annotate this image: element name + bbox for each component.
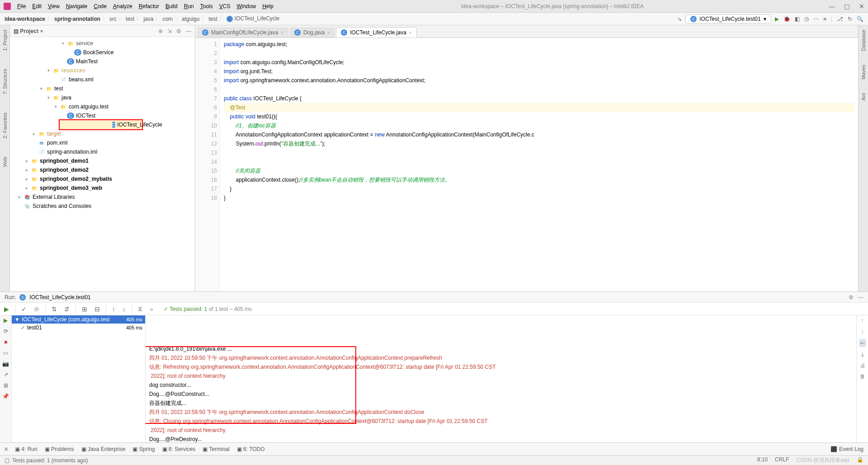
- editor-tab[interactable]: CDog.java×: [289, 27, 335, 38]
- stop-icon[interactable]: ■: [823, 16, 826, 22]
- tree-item[interactable]: CMainTest: [10, 57, 195, 66]
- coverage-icon[interactable]: ◧: [795, 16, 800, 22]
- test-tree-item[interactable]: ✓test01405 ms: [12, 324, 145, 332]
- close-icon[interactable]: ✕: [859, 3, 864, 10]
- tree-item[interactable]: CIOCTest: [10, 111, 195, 120]
- menu-refactor[interactable]: Refactor: [136, 2, 162, 10]
- menu-help[interactable]: Help: [259, 2, 276, 10]
- tree-item[interactable]: CIOCTest_LifeCycle: [10, 120, 195, 129]
- tree-item[interactable]: 📎Scratches and Consoles: [10, 202, 195, 211]
- tool-window-button[interactable]: ▣ 8: Services: [162, 446, 196, 452]
- tree-item[interactable]: 📄spring-annotation.iml: [10, 147, 195, 156]
- menu-edit[interactable]: Edit: [29, 2, 44, 10]
- down-icon[interactable]: ↓: [121, 305, 127, 313]
- attach-icon[interactable]: ⋯: [813, 16, 819, 22]
- cursor-position[interactable]: 8:10: [757, 456, 768, 464]
- tool-button-maven[interactable]: Maven: [861, 65, 866, 80]
- expand-icon[interactable]: ⊞: [80, 305, 89, 313]
- menu-build[interactable]: Build: [163, 2, 180, 10]
- menu-vcs[interactable]: VCS: [217, 2, 233, 10]
- close-tab-icon[interactable]: ×: [327, 30, 330, 35]
- tree-item[interactable]: ▸📁springboot_demo2_mybatis: [10, 174, 195, 183]
- expand-more-icon[interactable]: »: [148, 305, 155, 313]
- tool-button-structure[interactable]: 7: Structure: [2, 69, 8, 94]
- run-configuration-selector[interactable]: C IOCTest_LifeCycle.test01 ▾: [685, 14, 771, 23]
- editor-tab[interactable]: CIOCTest_LifeCycle.java×: [336, 27, 417, 38]
- screenshot-icon[interactable]: 📷: [2, 361, 9, 367]
- breadcrumb-item[interactable]: CIOCTest_LifeCycle: [226, 15, 279, 22]
- pin-icon[interactable]: 📌: [2, 393, 9, 399]
- tree-item[interactable]: mpom.xml: [10, 138, 195, 147]
- up-arrow-icon[interactable]: ↑: [861, 317, 864, 324]
- history-icon[interactable]: ⧖: [137, 305, 144, 313]
- scroll-icon[interactable]: ⤓: [860, 352, 865, 358]
- update-icon[interactable]: ↻: [848, 16, 852, 22]
- tree-item[interactable]: CIOCTest_LifeCycle: [60, 120, 142, 129]
- menu-view[interactable]: View: [45, 2, 62, 10]
- console-output[interactable]: E:\jdk\jdk1.8.0_191\bin\java.exe ...四月 0…: [146, 315, 856, 442]
- run-icon[interactable]: ▶: [775, 16, 779, 22]
- tree-item[interactable]: ▸📁target: [10, 129, 195, 138]
- breadcrumb-item[interactable]: idea-workspace: [5, 16, 45, 22]
- tree-item[interactable]: ▸📁springboot_demo1: [10, 156, 195, 165]
- toggle-icon[interactable]: ⟳: [4, 328, 8, 334]
- breadcrumb-item[interactable]: atguigu: [182, 16, 199, 22]
- breadcrumb-item[interactable]: spring-annotation: [54, 16, 100, 22]
- project-tree[interactable]: ▾📁serviceCBookServiceCMainTest▾📁resource…: [10, 37, 195, 291]
- tool-button-database[interactable]: Database: [861, 30, 866, 51]
- tree-item[interactable]: CBookService: [10, 48, 195, 57]
- debug-icon[interactable]: 🐞: [783, 16, 790, 22]
- tool-window-button[interactable]: ▣ 4: Run: [15, 446, 38, 452]
- hide-icon[interactable]: —: [858, 294, 863, 301]
- tool-window-button[interactable]: ≡: [5, 446, 8, 452]
- sort-icon[interactable]: ⇅: [50, 305, 58, 313]
- clear-icon[interactable]: 🗑: [860, 373, 865, 380]
- chevron-down-icon[interactable]: ▾: [40, 28, 43, 34]
- menu-window[interactable]: Window: [234, 2, 259, 10]
- menu-tools[interactable]: Tools: [198, 2, 216, 10]
- tool-window-button[interactable]: ▣ 6: TODO: [237, 446, 265, 452]
- show-passed-icon[interactable]: ✓: [20, 305, 28, 313]
- menu-analyze[interactable]: Analyze: [110, 2, 135, 10]
- tool-window-button[interactable]: ▣ Java Enterprise: [81, 446, 126, 452]
- tool-window-button[interactable]: ▣ Spring: [132, 446, 155, 452]
- tree-item[interactable]: 📄beans.xml: [10, 75, 195, 84]
- show-ignored-icon[interactable]: ⊘: [33, 305, 41, 313]
- soft-wrap-icon[interactable]: ↩: [859, 339, 866, 347]
- code-editor[interactable]: package com.atguigu.test; import com.atg…: [220, 38, 858, 291]
- rerun-icon[interactable]: ▶: [4, 317, 8, 324]
- tree-item[interactable]: ▸📁springboot_demo2: [10, 165, 195, 174]
- close-tab-icon[interactable]: ×: [409, 30, 412, 35]
- tree-item[interactable]: ▾📁java: [10, 93, 195, 102]
- tool-window-button[interactable]: ▣ Terminal: [203, 446, 229, 452]
- tree-item[interactable]: ▾📁service: [10, 39, 195, 48]
- breadcrumb-item[interactable]: src: [109, 16, 117, 22]
- rerun-icon[interactable]: ▶: [3, 305, 10, 313]
- build-icon[interactable]: ↘: [677, 16, 682, 22]
- line-ending[interactable]: CRLF: [775, 456, 789, 464]
- test-tree[interactable]: ▼IOCTest_LifeCycle (com.atguigu.test405 …: [12, 315, 146, 442]
- minimize-icon[interactable]: —: [829, 3, 835, 10]
- tree-item[interactable]: ▾📁test: [10, 84, 195, 93]
- print-icon[interactable]: 🖨: [860, 362, 865, 369]
- hide-icon[interactable]: —: [186, 28, 191, 34]
- profile-icon[interactable]: ◷: [804, 16, 809, 22]
- menu-run[interactable]: Run: [181, 2, 197, 10]
- test-tree-item[interactable]: ▼IOCTest_LifeCycle (com.atguigu.test405 …: [12, 315, 145, 324]
- import-icon[interactable]: ⊞: [4, 382, 8, 389]
- down-arrow-icon[interactable]: ↓: [861, 328, 864, 334]
- menu-file[interactable]: File: [14, 2, 28, 10]
- collapse-icon[interactable]: ⇲: [167, 28, 172, 34]
- maximize-icon[interactable]: ▢: [844, 3, 850, 10]
- tool-button-project[interactable]: 1: Project: [2, 30, 8, 51]
- tool-button-ant[interactable]: Ant: [861, 93, 866, 101]
- menu-navigate[interactable]: Navigate: [63, 2, 90, 10]
- menu-code[interactable]: Code: [91, 2, 109, 10]
- collapse-icon[interactable]: ⊟: [93, 305, 101, 313]
- stop-icon[interactable]: ■: [4, 339, 7, 345]
- locate-icon[interactable]: ⊕: [158, 28, 163, 34]
- event-log-button[interactable]: ⬛ Event Log: [830, 446, 863, 452]
- tool-button-favorites[interactable]: 2: Favorites: [2, 113, 8, 138]
- tree-item[interactable]: ▸📁springboot_demo3_web: [10, 183, 195, 193]
- breadcrumb-item[interactable]: test: [126, 16, 134, 22]
